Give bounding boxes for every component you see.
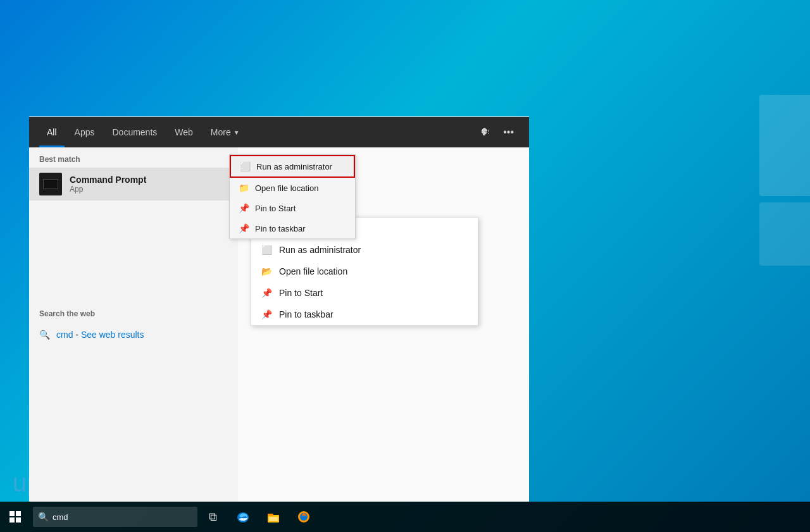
taskbar-search-input[interactable] — [53, 512, 179, 522]
ctx-pin-to-taskbar[interactable]: 📌 Pin to taskbar — [230, 218, 355, 238]
task-view-button[interactable]: ⧉ — [197, 502, 228, 532]
desktop: uplotify All Apps Documents Web More ▼ 🗣… — [0, 0, 810, 532]
search-icon: 🔍 — [39, 330, 50, 340]
right-ctx-pin-taskbar[interactable]: 📌 Pin to taskbar — [251, 304, 478, 325]
start-button[interactable] — [0, 502, 30, 532]
command-prompt-icon — [39, 173, 62, 195]
tab-all[interactable]: All — [39, 117, 65, 147]
edge-icon — [236, 510, 250, 524]
web-search-text: cmd - See web results — [56, 330, 144, 340]
left-context-menu: ⬜ Run as administrator 📁 Open file locat… — [229, 154, 356, 239]
search-body: Best match Command Prompt App ⬜ Run as a… — [29, 147, 529, 502]
firefox-icon — [297, 510, 311, 524]
tab-web[interactable]: Web — [167, 117, 201, 147]
result-command-prompt[interactable]: Command Prompt App — [29, 168, 238, 201]
tab-documents[interactable]: Documents — [104, 117, 165, 147]
taskbar-search-icon: 🔍 — [38, 512, 49, 522]
ctx-open-file-location[interactable]: 📁 Open file location — [230, 178, 355, 198]
tab-more[interactable]: More ▼ — [203, 117, 247, 147]
result-text: Command Prompt App — [70, 175, 146, 194]
pin-start-icon: 📌 — [239, 203, 249, 213]
web-search-label: Search the web — [29, 302, 238, 322]
pin-taskbar-icon: 📌 — [239, 223, 249, 233]
folder-icon: 📁 — [239, 183, 249, 193]
taskbar: 🔍 ⧉ — [0, 502, 810, 532]
web-search-item[interactable]: 🔍 cmd - See web results — [39, 330, 228, 340]
pin-start-icon-r: 📌 — [261, 288, 271, 298]
best-match-label: Best match — [29, 147, 238, 168]
decorative-shape-2 — [759, 202, 810, 266]
search-nav: All Apps Documents Web More ▼ 🗣 ••• — [29, 117, 529, 147]
windows-logo-icon — [9, 511, 21, 523]
search-panel: All Apps Documents Web More ▼ 🗣 ••• Be — [29, 116, 529, 502]
shield-icon: ⬜ — [261, 245, 271, 255]
tab-apps[interactable]: Apps — [67, 117, 103, 147]
task-view-icon: ⧉ — [209, 510, 217, 524]
firefox-button[interactable] — [289, 502, 319, 532]
run-admin-icon: ⬜ — [240, 161, 250, 171]
search-left: Best match Command Prompt App ⬜ Run as a… — [29, 147, 238, 502]
svg-rect-3 — [269, 517, 278, 521]
right-ctx-run-admin[interactable]: ⬜ Run as administrator — [251, 239, 478, 261]
taskbar-search-box[interactable]: 🔍 — [33, 507, 197, 527]
right-ctx-pin-start[interactable]: 📌 Pin to Start — [251, 282, 478, 304]
file-explorer-icon — [266, 510, 280, 524]
decorative-shape-1 — [759, 95, 810, 196]
feedback-icon[interactable]: 🗣 — [475, 124, 495, 140]
ctx-run-as-admin[interactable]: ⬜ Run as administrator — [230, 155, 355, 178]
svg-rect-2 — [268, 514, 273, 516]
file-explorer-button[interactable] — [258, 502, 289, 532]
edge-button[interactable] — [228, 502, 258, 532]
more-options-icon[interactable]: ••• — [498, 124, 519, 140]
right-ctx-open-file[interactable]: 📂 Open file location — [251, 261, 478, 282]
pin-taskbar-icon-r: 📌 — [261, 309, 271, 319]
folder-open-icon: 📂 — [261, 266, 271, 276]
ctx-pin-to-start[interactable]: 📌 Pin to Start — [230, 198, 355, 218]
web-search-section: Search the web 🔍 cmd - See web results — [29, 302, 238, 347]
